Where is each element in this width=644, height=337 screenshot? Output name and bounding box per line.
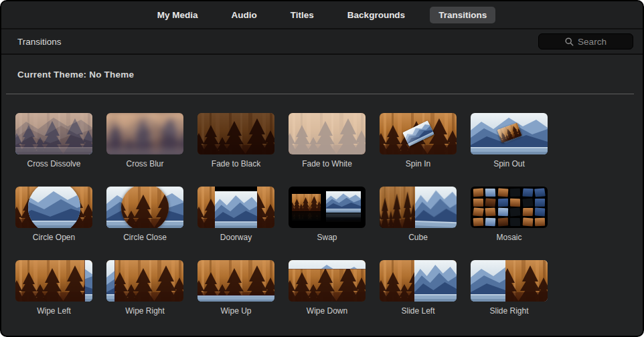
transition-thumb-cross-dissolve[interactable] [15,113,92,154]
mountain-scene [28,187,80,228]
tab-audio[interactable]: Audio [223,7,266,23]
transition-item: Wipe Up [197,260,274,316]
mountain-scene [197,295,274,302]
mountain-scene [106,260,115,302]
media-tab-bar: My MediaAudioTitlesBackgroundsTransition… [1,1,643,29]
transition-item: Doorway [197,187,274,242]
tab-titles[interactable]: Titles [282,7,323,23]
transition-item: Cross Dissolve [15,113,92,168]
transition-item: Cube [380,187,457,242]
transition-thumb-mosaic[interactable] [471,187,548,228]
search-placeholder: Search [578,37,607,47]
transition-thumb-circle-open[interactable] [15,187,92,228]
browser-header: Transitions Search [1,29,643,55]
transition-thumb-wipe-down[interactable] [289,260,366,302]
transition-label: Spin In [380,159,457,168]
transition-label: Swap [289,233,366,242]
transition-label: Wipe Right [106,306,183,316]
transition-item: Fade to Black [197,113,274,168]
mountain-scene [84,260,92,302]
transition-thumb-spin-in[interactable] [380,113,457,154]
transition-item: Wipe Down [289,260,366,316]
transition-thumb-circle-close[interactable] [106,187,183,228]
transition-item: Spin In [380,113,457,168]
forest-scene [257,187,274,228]
transition-label: Wipe Down [289,306,366,316]
transition-item: Fade to White [289,113,366,168]
transition-thumb-fade-to-white[interactable] [289,113,366,154]
forest-scene [121,187,169,228]
mountain-scene [414,260,457,302]
tab-transitions[interactable]: Transitions [430,7,495,23]
transition-label: Circle Close [106,233,183,242]
transition-thumb-doorway[interactable] [197,187,274,228]
search-field[interactable]: Search [538,33,633,49]
transition-thumb-spin-out[interactable] [471,113,548,154]
current-theme-bar: Current Theme: No Theme [1,55,643,94]
transition-thumb-cross-blur[interactable] [106,113,183,154]
transition-thumb-fade-to-black[interactable] [197,113,274,154]
transition-thumb-slide-left[interactable] [380,260,457,302]
page-title: Transitions [17,37,62,47]
transition-thumb-swap[interactable] [289,187,366,228]
transition-item: Slide Left [380,260,457,316]
search-icon [565,37,574,46]
mountain-scene [214,191,258,228]
transition-label: Cross Blur [106,159,183,168]
transition-item: Swap [289,187,366,242]
transitions-grid: Cross DissolveCross BlurFade to BlackFad… [1,94,643,316]
transition-item: Wipe Left [15,260,92,316]
transition-thumb-wipe-right[interactable] [106,260,183,302]
transition-thumb-wipe-up[interactable] [197,260,274,302]
transition-item: Circle Close [106,187,183,242]
transition-item: Spin Out [471,113,548,168]
transition-item: Cross Blur [106,113,183,168]
forest-scene [15,260,92,302]
forest-scene [106,260,183,302]
transition-label: Doorway [197,233,274,242]
forest-scene [505,260,548,302]
transition-item: Mosaic [471,187,548,242]
transition-label: Wipe Left [15,306,92,316]
transitions-browser-panel: My MediaAudioTitlesBackgroundsTransition… [0,0,644,337]
transition-label: Mosaic [471,233,548,242]
transition-label: Cube [380,233,457,242]
tab-my-media[interactable]: My Media [149,7,207,23]
transition-label: Fade to White [289,159,366,168]
transition-thumb-wipe-left[interactable] [15,260,92,302]
transition-label: Slide Left [380,306,457,316]
transition-thumb-cube[interactable] [380,187,457,228]
forest-scene [197,187,215,228]
transition-label: Cross Dissolve [15,159,92,168]
transition-label: Slide Right [471,306,548,316]
current-theme-label: Current Theme: No Theme [17,70,134,80]
mountain-scene [289,260,366,269]
transition-label: Wipe Up [197,306,274,316]
mountain-scene [326,191,361,213]
transition-label: Fade to Black [197,159,274,168]
forest-scene [292,194,321,211]
transition-item: Wipe Right [106,260,183,316]
transition-item: Slide Right [471,260,548,316]
transition-thumb-slide-right[interactable] [471,260,548,302]
transition-label: Spin Out [471,159,548,168]
transition-label: Circle Open [15,233,92,242]
transition-item: Circle Open [15,187,92,242]
mountain-scene [415,187,457,228]
tab-backgrounds[interactable]: Backgrounds [339,7,414,23]
